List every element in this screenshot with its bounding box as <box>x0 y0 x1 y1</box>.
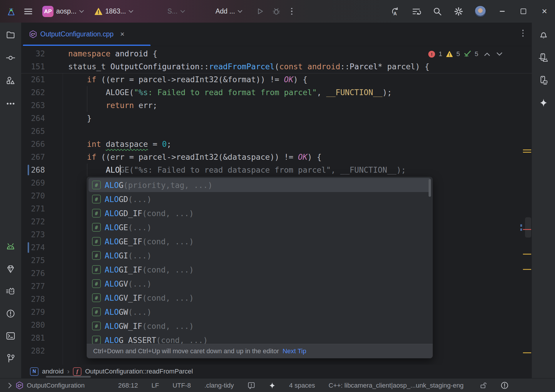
line-number[interactable]: 274 <box>21 241 45 254</box>
vcs-branch-widget[interactable]: 1863... <box>94 7 133 15</box>
project-folder-icon[interactable] <box>6 30 15 40</box>
stripe-warning-mark[interactable] <box>523 352 531 353</box>
line-number[interactable]: 261 <box>21 73 45 86</box>
popup-scrollbar-thumb[interactable] <box>429 179 431 197</box>
line-number[interactable]: 262 <box>21 86 45 99</box>
line-ending-widget[interactable]: LF <box>151 382 159 389</box>
git-branch-icon[interactable] <box>6 354 15 363</box>
inspections-widget[interactable]: ! 1 5 5 <box>428 50 502 58</box>
project-widget[interactable]: AP aosp... <box>42 6 83 17</box>
gemini-sparkle-icon[interactable] <box>539 98 548 107</box>
profiler-cat-icon[interactable] <box>6 287 15 296</box>
encoding-widget[interactable]: UTF-8 <box>173 382 191 389</box>
code-line-268[interactable]: 268 ALOGE("%s: Failed to read dataspace … <box>21 164 532 176</box>
code-line-267[interactable]: 267 if ((err = parcel->readInt32(&datasp… <box>21 151 532 164</box>
chevron-right-icon[interactable] <box>8 382 12 389</box>
line-number[interactable]: 277 <box>21 280 45 293</box>
next-tip-link[interactable]: Next Tip <box>282 347 306 355</box>
running-devices-icon[interactable] <box>539 75 548 85</box>
tab-close-icon[interactable]: ✕ <box>120 31 125 38</box>
breadcrumb-function[interactable]: OutputConfiguration::readFromParcel <box>85 368 193 375</box>
completion-item-alogd_if[interactable]: #ALOGD_IF(cond, ...) <box>88 206 431 220</box>
completion-item-aloge_if[interactable]: #ALOGE_IF(cond, ...) <box>88 234 431 248</box>
stripe-vcs-mark[interactable] <box>520 224 522 227</box>
run-configuration-selector[interactable]: Add ... <box>215 7 242 15</box>
code-line-266[interactable]: 266 int dataspace = 0; <box>21 138 532 151</box>
completion-item-alogv_if[interactable]: #ALOGV_IF(cond, ...) <box>88 291 431 305</box>
stripe-warning-mark[interactable] <box>523 269 531 270</box>
stripe-warning-mark[interactable] <box>523 149 531 150</box>
window-maximize-button[interactable] <box>518 6 529 17</box>
completion-item-alogd[interactable]: #ALOGD(...) <box>88 192 431 206</box>
error-circle-icon[interactable] <box>501 381 509 389</box>
completion-item-alog[interactable]: #ALOG(priority,tag, ...) <box>88 178 431 192</box>
commit-icon[interactable] <box>6 53 15 63</box>
line-number[interactable]: 281 <box>21 332 45 344</box>
clang-tidy-widget[interactable]: .clang-tidy <box>204 382 234 389</box>
indent-widget[interactable]: 4 spaces <box>289 382 315 389</box>
line-number[interactable]: 151 <box>21 60 45 73</box>
settings-gear-icon[interactable] <box>453 6 464 17</box>
search-everywhere-icon[interactable] <box>432 6 443 17</box>
line-number[interactable]: 272 <box>21 215 45 228</box>
code-line-263[interactable]: 263 return err; <box>21 99 532 112</box>
line-number[interactable]: 266 <box>21 138 45 151</box>
project-avatar-badge[interactable]: AP <box>42 6 54 17</box>
line-number[interactable]: 279 <box>21 306 45 319</box>
window-minimize-button[interactable] <box>497 6 507 17</box>
app-quality-insights-gem-icon[interactable] <box>6 264 15 274</box>
stripe-warning-mark[interactable] <box>523 254 531 255</box>
completion-item-alogv[interactable]: #ALOGV(...) <box>88 277 431 291</box>
code-editor[interactable]: 32namespace android {151status_t OutputC… <box>21 46 532 365</box>
logcat-android-icon[interactable] <box>6 242 15 251</box>
completion-item-aloge[interactable]: #ALOGE(...) <box>88 220 431 234</box>
more-tool-windows-icon[interactable] <box>6 99 15 108</box>
device-selector[interactable]: S... <box>167 7 184 15</box>
build-variant-widget[interactable]: C++: libcamera_client|aosp_...unk_stagin… <box>329 382 464 389</box>
line-number[interactable]: 280 <box>21 319 45 332</box>
stripe-warning-mark[interactable] <box>523 152 531 153</box>
stripe-error-mark[interactable] <box>523 229 531 230</box>
main-menu-hamburger-icon[interactable] <box>23 6 34 17</box>
line-number[interactable]: 269 <box>21 176 45 189</box>
user-avatar[interactable] <box>474 6 486 17</box>
completion-item-alogi_if[interactable]: #ALOGI_IF(cond, ...) <box>88 263 431 277</box>
line-number[interactable]: 265 <box>21 125 45 138</box>
running-processes-list-icon[interactable] <box>411 6 422 17</box>
line-number[interactable]: 270 <box>21 189 45 202</box>
code-with-me-icon[interactable]: A <box>390 6 400 17</box>
line-number[interactable]: 271 <box>21 202 45 215</box>
completion-item-alog_assert[interactable]: #ALOG_ASSERT(cond, ...) <box>88 333 431 344</box>
breadcrumb-namespace[interactable]: android <box>42 368 63 375</box>
line-number[interactable]: 264 <box>21 112 45 125</box>
window-close-button[interactable]: ✕ <box>539 6 550 17</box>
device-manager-icon[interactable] <box>539 53 548 62</box>
unlock-icon[interactable] <box>479 382 487 389</box>
code-line-261[interactable]: 261 if ((err = parcel->readInt32(&format… <box>21 73 532 86</box>
structure-shapes-icon[interactable] <box>6 76 15 85</box>
line-number[interactable]: 32 <box>21 47 45 60</box>
line-number[interactable]: 276 <box>21 267 45 280</box>
readonly-comment-icon[interactable] <box>248 382 255 389</box>
line-number[interactable]: 278 <box>21 293 45 306</box>
notifications-bell-icon[interactable] <box>539 30 548 40</box>
completion-item-alogw_if[interactable]: #ALOGW_IF(cond, ...) <box>88 319 431 333</box>
tab-options-kebab-icon[interactable] <box>522 30 524 37</box>
code-line-151[interactable]: 151status_t OutputConfiguration::readFro… <box>21 60 532 73</box>
code-line-265[interactable]: 265 <box>21 125 532 138</box>
stripe-vcs-mark[interactable] <box>520 228 522 231</box>
debug-button[interactable] <box>271 6 282 17</box>
line-number[interactable]: 263 <box>21 99 45 112</box>
completion-item-alogi[interactable]: #ALOGI(...) <box>88 248 431 263</box>
horizontal-scrollbar[interactable] <box>46 376 91 378</box>
run-button[interactable] <box>255 6 265 17</box>
terminal-icon[interactable] <box>6 331 15 341</box>
code-line-262[interactable]: 262 ALOGE("%s: Failed to read format fro… <box>21 86 532 99</box>
scrollbar-thumb[interactable] <box>525 217 531 238</box>
sparkle-icon[interactable] <box>269 382 276 389</box>
line-number[interactable]: 273 <box>21 228 45 241</box>
more-actions-kebab-icon[interactable] <box>286 6 297 17</box>
prev-problem-chevron-up-icon[interactable] <box>484 52 490 56</box>
code-line-264[interactable]: 264 } <box>21 112 532 125</box>
caret-position-widget[interactable]: 268:12 <box>118 382 138 389</box>
